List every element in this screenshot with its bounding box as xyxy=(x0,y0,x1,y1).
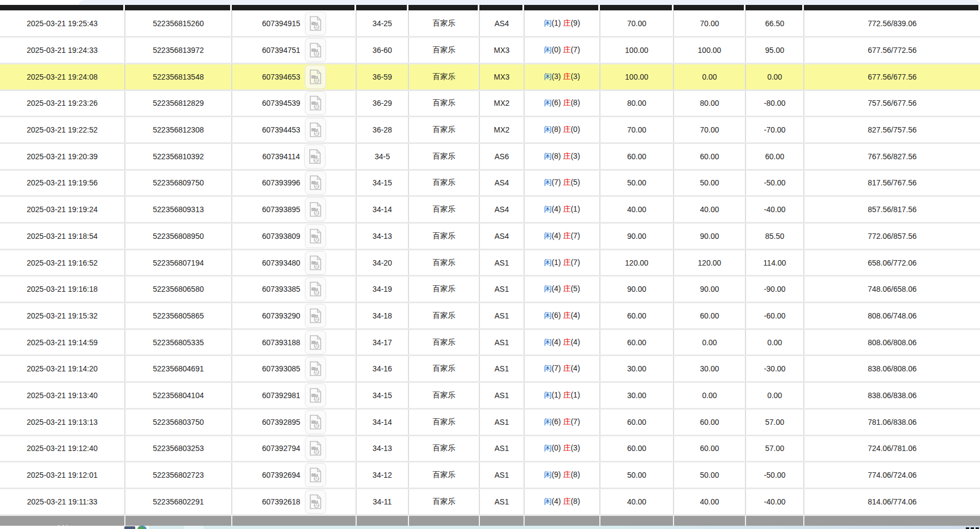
column-header-game xyxy=(408,5,478,10)
bet-id: 607392981 xyxy=(262,391,300,400)
globe-icon[interactable] xyxy=(137,526,147,529)
round-cell: 36-29 xyxy=(356,90,408,117)
video-replay-button[interactable] xyxy=(305,11,326,35)
bet-amount-link[interactable]: 70.00 xyxy=(600,10,674,37)
video-replay-button[interactable] xyxy=(305,277,326,301)
video-replay-button[interactable] xyxy=(305,38,326,62)
bet-id-cell: 607392694 xyxy=(232,462,356,489)
bet-record-row[interactable]: 2025-03-21 19:20:39 522356810392 6073941… xyxy=(0,143,980,170)
bet-amount-link[interactable]: 120.00 xyxy=(600,249,674,276)
bet-record-row[interactable]: 2025-03-21 19:23:26 522356812829 6073945… xyxy=(0,90,980,117)
account-cell: 522356809313 xyxy=(125,196,232,223)
bet-amount-link[interactable]: 30.00 xyxy=(600,356,674,382)
valid-bet-cell: 50.00 xyxy=(674,462,745,489)
video-replay-button[interactable] xyxy=(305,383,326,407)
player-points: (1) xyxy=(551,258,561,267)
video-replay-button[interactable] xyxy=(305,251,326,275)
bet-amount-link[interactable]: 60.00 xyxy=(600,408,674,435)
video-replay-button[interactable] xyxy=(305,357,326,381)
bet-id: 607393996 xyxy=(262,178,300,187)
bet-record-row[interactable]: 2025-03-21 19:12:01 522356802723 6073926… xyxy=(0,462,980,489)
bet-record-row[interactable]: 2025-03-21 19:14:20 522356804691 6073930… xyxy=(0,356,980,382)
bet-record-row[interactable]: 2025-03-21 19:11:33 522356802291 6073926… xyxy=(0,488,980,515)
bet-record-row[interactable]: 2025-03-21 19:22:52 522356812308 6073944… xyxy=(0,117,980,143)
bet-amount-link[interactable]: 100.00 xyxy=(600,37,674,64)
video-replay-button[interactable] xyxy=(305,197,326,221)
banker-points: (7) xyxy=(570,45,580,54)
bet-record-row[interactable]: 2025-03-21 19:16:52 522356807194 6073934… xyxy=(0,249,980,276)
banker-points: (7) xyxy=(570,231,580,240)
video-replay-button[interactable] xyxy=(305,118,326,142)
bet-id-cell: 607394539 xyxy=(232,90,356,117)
bet-record-row[interactable]: 2025-03-21 19:24:33 522356813972 6073947… xyxy=(0,37,980,64)
bet-record-row[interactable]: 2025-03-21 19:19:24 522356809313 6073938… xyxy=(0,196,980,223)
bet-amount-link[interactable]: 40.00 xyxy=(600,196,674,223)
desk-code-cell: MX3 xyxy=(479,63,524,90)
bet-record-row[interactable]: 2025-03-21 19:13:13 522356803750 6073928… xyxy=(0,408,980,435)
banker-points: (3) xyxy=(570,152,580,160)
round-cell: 34-25 xyxy=(356,10,408,37)
column-header-round xyxy=(356,5,407,10)
bet-id-cell: 607392895 xyxy=(232,408,356,435)
bet-record-row[interactable]: 2025-03-21 19:25:43 522356815260 6073949… xyxy=(0,10,980,37)
bet-record-row[interactable]: 2025-03-21 19:16:18 522356806580 6073933… xyxy=(0,276,980,303)
round-cell: 36-60 xyxy=(356,37,408,64)
bet-amount-link[interactable]: 60.00 xyxy=(600,303,674,329)
video-replay-button[interactable] xyxy=(305,463,326,487)
background-window-band xyxy=(184,526,203,529)
bet-record-row[interactable]: 2025-03-21 19:12:40 522356803253 6073927… xyxy=(0,435,980,462)
bet-id-cell: 607394915 xyxy=(232,10,356,37)
bet-amount-link[interactable]: 90.00 xyxy=(600,276,674,303)
video-replay-button[interactable] xyxy=(305,91,326,115)
balance-cell: 857.56/817.56 xyxy=(804,196,980,223)
game-name-cell: 百家乐 xyxy=(408,303,479,329)
bet-id: 607394751 xyxy=(262,46,300,55)
bet-time-cell: 2025-03-21 19:19:56 xyxy=(0,170,125,196)
winloss-cell: -30.00 xyxy=(745,356,804,382)
player-points: (4) xyxy=(551,205,561,213)
bet-amount-link[interactable]: 60.00 xyxy=(600,435,674,462)
bet-amount-link[interactable]: 40.00 xyxy=(600,488,674,515)
bet-amount-link[interactable]: 30.00 xyxy=(600,382,674,409)
video-replay-button[interactable] xyxy=(305,171,326,195)
video-replay-button[interactable] xyxy=(305,224,326,248)
bet-id: 607392895 xyxy=(262,418,300,426)
bet-amount-link[interactable]: 80.00 xyxy=(600,90,674,117)
video-replay-button[interactable] xyxy=(305,304,326,328)
game-name-cell: 百家乐 xyxy=(408,143,479,170)
video-replay-button[interactable] xyxy=(305,330,326,354)
video-replay-button[interactable] xyxy=(305,410,326,434)
video-replay-button[interactable] xyxy=(305,65,326,89)
bet-record-row[interactable]: 2025-03-21 19:14:59 522356805335 6073931… xyxy=(0,329,980,356)
app-icon[interactable] xyxy=(124,526,135,529)
bet-amount-link[interactable]: 60.00 xyxy=(600,143,674,170)
player-points: (1) xyxy=(551,390,561,399)
bet-record-row[interactable]: 2025-03-21 19:18:54 522356808950 6073938… xyxy=(0,223,980,250)
desk-code-cell: AS1 xyxy=(479,329,524,356)
bet-amount-link[interactable]: 100.00 xyxy=(600,63,674,90)
bet-amount-link[interactable]: 90.00 xyxy=(600,223,674,250)
video-replay-button[interactable] xyxy=(304,145,326,169)
player-label: 闲 xyxy=(544,258,551,267)
bet-record-row[interactable]: 2025-03-21 19:13:40 522356804104 6073929… xyxy=(0,382,980,409)
video-replay-button[interactable] xyxy=(305,490,326,514)
bet-amount-link[interactable]: 50.00 xyxy=(600,170,674,196)
video-replay-button[interactable] xyxy=(305,436,326,460)
table-header-bar xyxy=(0,5,980,10)
desk-code-cell: AS1 xyxy=(479,249,524,276)
bet-amount-link[interactable]: 70.00 xyxy=(600,117,674,143)
result-cell: 闲(4) 庄(4) xyxy=(524,329,600,356)
bet-record-row[interactable]: 2025-03-21 19:15:32 522356805865 6073932… xyxy=(0,303,980,329)
bet-time-cell: 2025-03-21 19:14:59 xyxy=(0,329,125,356)
bet-amount-link[interactable]: 60.00 xyxy=(600,329,674,356)
banker-label: 庄 xyxy=(563,231,570,240)
bet-amount-link[interactable]: 50.00 xyxy=(600,462,674,489)
bet-record-row[interactable]: 2025-03-21 19:24:08 522356813548 6073946… xyxy=(0,63,980,90)
video-file-icon xyxy=(309,229,322,244)
player-points: (7) xyxy=(551,178,561,187)
account-cell: 522356813972 xyxy=(125,37,232,64)
bet-record-row[interactable]: 2025-03-21 19:19:56 522356809750 6073939… xyxy=(0,170,980,196)
player-points: (0) xyxy=(551,45,561,54)
bet-id: 607392794 xyxy=(262,444,300,453)
bet-id-cell: 607394114 xyxy=(232,143,356,170)
